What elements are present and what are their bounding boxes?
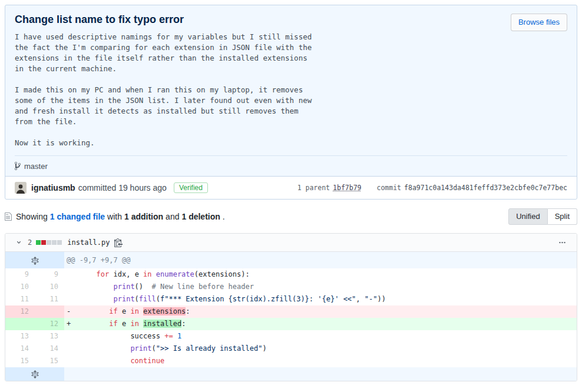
commit-sha-info: commitf8a971c0a143da481feffd373e2cbfe0c7… — [377, 184, 568, 192]
old-line-number[interactable]: 13 — [5, 330, 35, 343]
commit-label: commit — [377, 184, 402, 192]
unified-button[interactable]: Unified — [508, 208, 547, 225]
diff-row-context: 1515 continue — [5, 355, 577, 367]
parent-label: 1 parent — [297, 184, 330, 192]
parent-info: 1 parent1bf7b79 — [297, 184, 362, 192]
code-line: print(">> Is already installed") — [64, 343, 577, 355]
diff-row-add: 12+ if e in installed: — [5, 318, 577, 330]
avatar[interactable] — [15, 182, 27, 194]
diff-table: @@ -9,7 +9,7 @@99 for idx, e in enumerat… — [5, 252, 577, 381]
old-line-number[interactable]: 11 — [5, 293, 35, 305]
unfold-icon — [31, 370, 39, 378]
diff-row-context: 1414 print(">> Is already installed") — [5, 343, 577, 355]
git-branch-icon — [15, 161, 21, 171]
parent-sha-link[interactable]: 1bf7b79 — [333, 184, 361, 192]
diff-row-context: 1111 print(fill(f"*** Extension {str(idx… — [5, 293, 577, 305]
changed-file-link[interactable]: 1 changed file — [50, 212, 105, 221]
code-line: print() # New line before header — [64, 281, 577, 293]
changes-count: 2 — [28, 238, 32, 247]
new-line-number[interactable]: 12 — [35, 318, 64, 330]
new-line-number[interactable]: 15 — [35, 355, 64, 367]
added-block — [36, 240, 41, 245]
showing-text: Showing — [16, 212, 48, 221]
diff-table-body: @@ -9,7 +9,7 @@99 for idx, e in enumerat… — [5, 252, 577, 381]
deletion-count: 1 deletion — [181, 212, 220, 221]
code-line: for idx, e in enumerate(extensions): — [64, 268, 577, 281]
commit-box: Change list name to fix typo error I hav… — [5, 5, 577, 200]
addition-count: 1 addition — [124, 212, 163, 221]
expand-row — [64, 367, 577, 381]
old-line-number[interactable]: 12 — [5, 305, 35, 318]
old-line-number[interactable]: 10 — [5, 281, 35, 293]
kebab-menu-icon[interactable] — [558, 239, 566, 247]
period-text: . — [223, 212, 225, 221]
and-text: and — [166, 212, 179, 221]
file-name: install.py — [67, 238, 110, 247]
code-line: continue — [64, 355, 577, 367]
hunk-header-text: @@ -9,7 +9,7 @@ — [64, 252, 577, 268]
code-line: - if e in extensions: — [64, 305, 577, 318]
split-button[interactable]: Split — [548, 208, 577, 225]
with-text: with — [107, 212, 122, 221]
old-line-number[interactable] — [5, 318, 35, 330]
neutral-block — [57, 240, 62, 245]
chevron-down-icon[interactable] — [16, 240, 22, 245]
browse-files-button[interactable]: Browse files — [511, 14, 567, 31]
diff-row-context: 1313 success += 1 — [5, 330, 577, 343]
file-header: 2 install.py — [5, 234, 577, 252]
page-title: Change list name to fix typo error — [15, 14, 312, 26]
commit-time: committed 19 hours ago — [78, 183, 167, 192]
diff-row-hunk: @@ -9,7 +9,7 @@ — [5, 252, 577, 268]
expand-hunk-button[interactable] — [5, 252, 64, 268]
commit-meta-row: ignatiusmb committed 19 hours ago Verifi… — [5, 176, 577, 199]
code-line: success += 1 — [64, 330, 577, 343]
diff-row-context: 1010 print() # New line before header — [5, 281, 577, 293]
old-line-number[interactable]: 15 — [5, 355, 35, 367]
expand-hunk-button[interactable] — [5, 367, 64, 381]
new-line-number[interactable]: 11 — [35, 293, 64, 305]
commit-author[interactable]: ignatiusmb — [31, 183, 75, 192]
diff-row-del: 12- if e in extensions: — [5, 305, 577, 318]
code-line: print(fill(f"*** Extension {str(idx).zfi… — [64, 293, 577, 305]
deleted-block — [41, 240, 46, 245]
old-line-number[interactable]: 9 — [5, 268, 35, 281]
diff-row-context: 99 for idx, e in enumerate(extensions): — [5, 268, 577, 281]
commit-description: I have used descriptive namings for my v… — [15, 32, 312, 148]
neutral-block — [52, 240, 57, 245]
diff-stats-row: Showing 1 changed file with 1 addition a… — [5, 208, 577, 225]
code-line: + if e in installed: — [64, 318, 577, 330]
neutral-block — [47, 240, 51, 245]
commit-sha: f8a971c0a143da481feffd373e2cbfe0c7e77bec — [404, 184, 567, 192]
new-line-number[interactable]: 10 — [35, 281, 64, 293]
unfold-icon — [31, 257, 39, 265]
old-line-number[interactable]: 14 — [5, 343, 35, 355]
diff-file-box: 2 install.py @@ -9,7 +9,7 @@99 for idx, … — [5, 233, 577, 381]
diff-view-toggle: Unified Split — [508, 208, 577, 225]
new-line-number[interactable]: 13 — [35, 330, 64, 343]
new-line-number[interactable]: 9 — [35, 268, 64, 281]
file-diff-icon — [5, 212, 12, 221]
branch-row: master — [15, 155, 567, 176]
branch-label[interactable]: master — [24, 162, 48, 171]
diff-row-expand — [5, 367, 577, 381]
diffstat-blocks — [36, 240, 62, 245]
copy-path-icon[interactable] — [114, 238, 123, 247]
new-line-number[interactable] — [35, 305, 64, 318]
new-line-number[interactable]: 14 — [35, 343, 64, 355]
verified-badge[interactable]: Verified — [174, 182, 208, 193]
